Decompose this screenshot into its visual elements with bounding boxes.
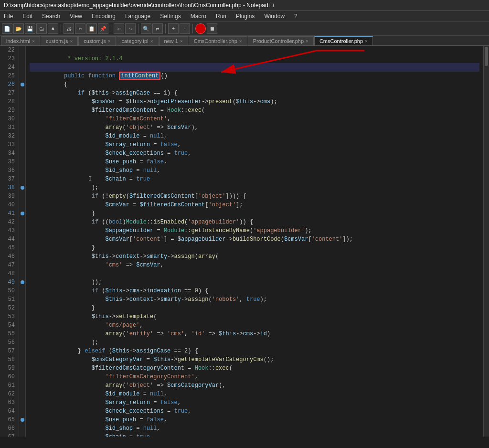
code-line-49: if ($this->cms->indexation == 0) {: [30, 278, 479, 287]
toolbar-sep4: [165, 24, 166, 33]
code-line-31: $id_module = null,: [30, 123, 479, 132]
code-line-60: array('object' => $cmsCategoryVar),: [30, 373, 479, 381]
toolbar-replace[interactable]: ⇄: [152, 23, 163, 34]
title-text: D:\xamp\htdocs\prestashop\demo_appagebui…: [4, 2, 275, 9]
toolbar: 📄 📂 💾 🗂 ✖ 🖨 ✂ 📋 📌 ↩ ↪ 🔍 ⇄ + - ⏹: [0, 22, 489, 36]
tab-new1[interactable]: new 1 ×: [159, 36, 188, 45]
menu-bar: File Edit Search View Encoding Language …: [0, 11, 489, 22]
tab-close-icon[interactable]: ×: [32, 39, 35, 44]
code-line-58: $filteredCmsCategoryContent = Hook::exec…: [30, 355, 479, 364]
title-bar: D:\xamp\htdocs\prestashop\demo_appagebui…: [0, 0, 489, 11]
code-line-50: $this->context->smarty->assign('nobots',…: [30, 287, 479, 295]
code-line-67: );: [30, 433, 479, 437]
menu-search[interactable]: Search: [40, 12, 62, 21]
tab-productcontroller[interactable]: ProductController.php ×: [248, 36, 314, 45]
toolbar-redo[interactable]: ↪: [125, 23, 136, 34]
toolbar-stop[interactable]: ⏹: [207, 23, 217, 34]
code-line-63: $check_exceptions = true,: [30, 398, 479, 407]
code-line-62: $array_return = false,: [30, 390, 479, 398]
code-line-24: public function initContent(): [30, 63, 479, 72]
code-line-55: );: [30, 330, 479, 338]
tab-cmscontroller-active[interactable]: CmsController.php ×: [314, 36, 373, 45]
menu-run[interactable]: Run: [214, 12, 228, 21]
toolbar-undo[interactable]: ↩: [114, 23, 124, 34]
code-line-46: 'cms' => $cmsVar,: [30, 252, 479, 261]
toolbar-sep5: [192, 24, 193, 33]
vertical-scrollbar[interactable]: [483, 46, 489, 437]
code-line-32: $array_return = false,: [30, 132, 479, 140]
toolbar-find[interactable]: 🔍: [141, 23, 151, 34]
menu-encoding[interactable]: Encoding: [90, 12, 117, 21]
code-line-61: $id_module = null,: [30, 381, 479, 390]
menu-help[interactable]: ?: [292, 12, 299, 21]
code-line-53: 'cms/page',: [30, 312, 479, 321]
code-line-28: $filteredCmsContent = Hook::exec(: [30, 97, 479, 106]
code-area[interactable]: 22 23 24 25 26 27 28 29 30 31 32 33 34 3…: [0, 46, 489, 437]
toolbar-record[interactable]: [195, 23, 206, 34]
menu-file[interactable]: File: [2, 12, 15, 21]
menu-settings[interactable]: Settings: [158, 12, 182, 21]
code-line-29: 'filterCmsContent',: [30, 106, 479, 115]
toolbar-zoom-out[interactable]: -: [180, 23, 190, 34]
line-numbers: 22 23 24 25 26 27 28 29 30 31 32 33 34 3…: [0, 46, 19, 437]
toolbar-close[interactable]: ✖: [48, 23, 58, 34]
code-line-34: $use_push = false,: [30, 149, 479, 158]
tab-close-icon[interactable]: ×: [70, 39, 73, 44]
menu-macro[interactable]: Macro: [189, 12, 208, 21]
toolbar-open[interactable]: 📂: [13, 23, 24, 34]
code-line-36: $chain = true: [30, 166, 479, 175]
bookmark-gutter: [19, 46, 26, 437]
code-line-25: {: [30, 72, 479, 80]
menu-edit[interactable]: Edit: [21, 12, 34, 21]
toolbar-zoom-in[interactable]: +: [168, 23, 179, 34]
tab-close-icon[interactable]: ×: [365, 39, 368, 44]
menu-plugins[interactable]: Plugins: [234, 12, 256, 21]
toolbar-saveall[interactable]: 🗂: [36, 23, 47, 34]
tab-cmscontroller-1[interactable]: CmsController.php ×: [189, 36, 247, 45]
code-line-43: $cmsVar['content'] = $appagebuilder->bui…: [30, 226, 479, 235]
toolbar-copy[interactable]: 📋: [86, 23, 97, 34]
code-line-66: $chain = true: [30, 424, 479, 433]
bookmark-dot-41: [21, 212, 24, 215]
tab-category-tpl[interactable]: category.tpl ×: [117, 36, 159, 45]
code-line-41: if ((bool)Module::isEnabled('appagebuild…: [30, 209, 479, 218]
tab-custom-js-1[interactable]: custom.js ×: [41, 36, 78, 45]
bookmark-dot-38: [21, 186, 24, 190]
tab-close-icon[interactable]: ×: [150, 39, 153, 44]
code-line-44: }: [30, 235, 479, 244]
code-line-45: $this->context->smarty->assign(array(: [30, 244, 479, 252]
tab-index-html[interactable]: index.html ×: [1, 36, 40, 45]
tab-bar: index.html × custom.js × custom.js × cat…: [0, 36, 489, 46]
toolbar-save[interactable]: 💾: [25, 23, 35, 34]
code-line-38: if (!empty($filteredCmsContent['object']…: [30, 183, 479, 192]
bookmark-dot-49: [21, 280, 24, 284]
code-line-35: $id_shop = null, I: [30, 158, 479, 166]
code-line-65: $id_shop = null,: [30, 416, 479, 424]
toolbar-print[interactable]: 🖨: [64, 23, 74, 34]
toolbar-new[interactable]: 📄: [2, 23, 12, 34]
tab-close-icon[interactable]: ×: [108, 39, 111, 44]
code-line-51: }: [30, 295, 479, 304]
menu-view[interactable]: View: [68, 12, 84, 21]
toolbar-paste[interactable]: 📌: [98, 23, 108, 34]
code-line-57: $cmsCategoryVar = $this->getTemplateVarC…: [30, 347, 479, 355]
menu-window[interactable]: Window: [262, 12, 287, 21]
code-line-52: $this->setTemplate(: [30, 304, 479, 312]
menu-language[interactable]: Language: [123, 12, 152, 21]
bookmark-dot-26: [21, 83, 24, 86]
scrollbar-thumb[interactable]: [485, 47, 488, 66]
code-content[interactable]: * version: 2.1.4 */ public function init…: [26, 46, 483, 437]
code-line-27: $cmsVar = $this->objectPresenter->presen…: [30, 89, 479, 97]
code-line-23: */: [30, 54, 479, 63]
code-line-40: }: [30, 201, 479, 209]
tab-close-icon[interactable]: ×: [306, 39, 308, 44]
code-line-22: * version: 2.1.4: [30, 46, 479, 54]
toolbar-cut[interactable]: ✂: [75, 23, 85, 34]
toolbar-sep2: [111, 24, 111, 33]
tab-close-icon[interactable]: ×: [180, 39, 183, 44]
tab-custom-js-2[interactable]: custom.js ×: [78, 36, 116, 45]
code-line-37: );: [30, 175, 479, 183]
code-line-59: 'filterCmsCategoryContent',: [30, 364, 479, 373]
code-line-39: $cmsVar = $filteredCmsContent['object'];: [30, 192, 479, 201]
tab-close-icon[interactable]: ×: [239, 39, 242, 44]
